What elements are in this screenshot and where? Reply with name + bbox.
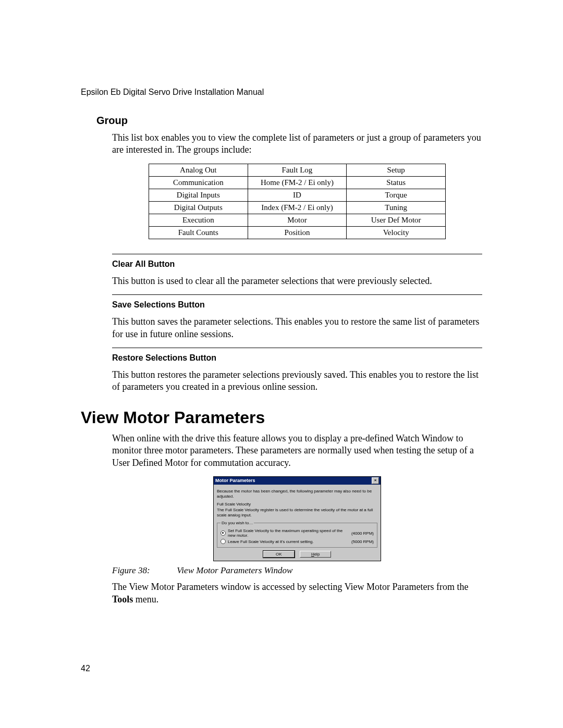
restore-selections-text: This button restores the parameter selec… [112,369,482,393]
dialog-titlebar: Motor Parameters × [214,477,381,485]
dialog-option-2[interactable]: Leave Full Scale Velocity at it's curren… [221,539,374,544]
table-cell: Fault Log [248,164,347,176]
table-cell: Tuning [347,201,446,214]
table-cell: Motor [248,214,347,226]
table-cell: Communication [149,176,248,189]
vmp-after-text: The View Motor Parameters window is acce… [112,581,482,606]
group-table: Analog OutFault LogSetup CommunicationHo… [149,164,446,239]
option-value: (4000 RPM) [351,531,374,536]
table-cell: Fault Counts [149,226,248,239]
group-intro: This list box enables you to view the co… [112,132,482,156]
figure-number: Figure 38: [112,565,175,576]
dialog-title: Motor Parameters [215,478,255,483]
dialog-section-label: Full Scale Velocity [217,502,377,507]
tools-menu-bold: Tools [112,594,133,604]
figure-title: View Motor Parameters Window [177,565,292,575]
help-button[interactable]: Help [300,551,331,558]
restore-selections-heading: Restore Selections Button [112,353,482,363]
table-cell: Analog Out [149,164,248,176]
table-cell: Index (FM-2 / Ei only) [248,201,347,214]
clear-all-heading: Clear All Button [112,260,482,269]
dialog-option-1[interactable]: Set Full Scale Velocity to the maximum o… [221,528,374,538]
running-header: Epsilon Eb Digital Servo Drive Installat… [81,88,482,97]
table-cell: ID [248,189,347,201]
table-cell: Home (FM-2 / Ei only) [248,176,347,189]
table-cell: Position [248,226,347,239]
radio-icon[interactable] [221,539,226,544]
radio-icon[interactable] [221,530,226,536]
text-part: The View Motor Parameters window is acce… [112,582,469,592]
table-row: CommunicationHome (FM-2 / Ei only)Status [149,176,446,189]
option-label: Leave Full Scale Velocity at it's curren… [228,539,349,544]
help-button-rest: elp [314,552,320,557]
table-row: Digital OutputsIndex (FM-2 / Ei only)Tun… [149,201,446,214]
close-icon[interactable]: × [372,477,379,484]
table-cell: Digital Outputs [149,201,248,214]
table-row: ExecutionMotorUser Def Motor [149,214,446,226]
table-cell: Digital Inputs [149,189,248,201]
divider [112,254,482,254]
group-heading: Group [96,115,482,127]
motor-parameters-dialog: Motor Parameters × Because the motor has… [213,476,381,561]
divider [112,348,482,348]
dialog-message: Because the motor has been changed, the … [217,489,377,499]
dialog-legend: Do you wish to… [221,521,254,525]
save-selections-heading: Save Selections Button [112,300,482,310]
option-value: (5000 RPM) [351,539,374,544]
clear-all-text: This button is used to clear all the par… [112,275,482,287]
table-row: Digital InputsIDTorque [149,189,446,201]
dialog-description: The Full Scale Velocity register is used… [217,508,377,517]
vmp-intro: When online with the drive this feature … [112,433,482,469]
divider [112,294,482,295]
table-cell: Status [347,176,446,189]
save-selections-text: This button saves the parameter selectio… [112,316,482,340]
table-row: Fault CountsPositionVelocity [149,226,446,239]
table-cell: Velocity [347,226,446,239]
text-part: menu. [133,594,158,604]
dialog-option-group: Do you wish to… Set Full Scale Velocity … [217,521,377,548]
figure-caption: Figure 38: View Motor Parameters Window [112,565,482,576]
option-label: Set Full Scale Velocity to the maximum o… [228,528,349,538]
table-cell: User Def Motor [347,214,446,226]
table-cell: Execution [149,214,248,226]
page-number: 42 [81,664,90,673]
ok-button[interactable]: OK [263,551,295,558]
table-cell: Torque [347,189,446,201]
table-row: Analog OutFault LogSetup [149,164,446,176]
table-cell: Setup [347,164,446,176]
view-motor-parameters-heading: View Motor Parameters [81,408,482,427]
